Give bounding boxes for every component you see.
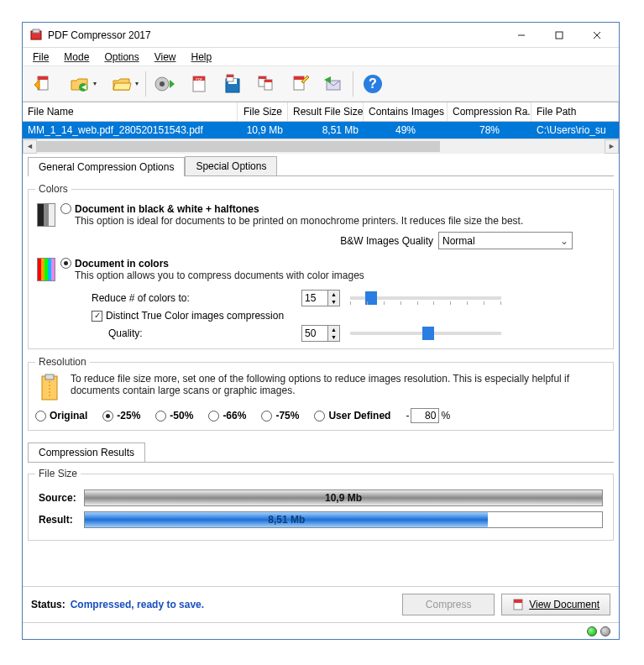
color-title: Document in colors	[75, 258, 606, 270]
add-folder-button[interactable]	[60, 69, 100, 99]
menu-view[interactable]: View	[148, 50, 183, 65]
bw-radio[interactable]	[60, 203, 71, 214]
svg-rect-3	[556, 32, 563, 39]
col-filesize[interactable]: File Size	[238, 102, 288, 121]
cell-filename: MM_1_14_web.pdf_280520151543.pdf	[23, 122, 238, 139]
reduce-label: Reduce # of colors to:	[92, 292, 301, 304]
res-user[interactable]: User Defined	[314, 410, 390, 422]
horizontal-scrollbar[interactable]: ◄ ►	[23, 139, 619, 153]
svg-rect-31	[514, 600, 522, 603]
titlebar: PDF Compressor 2017	[23, 23, 619, 48]
save-button[interactable]	[217, 69, 249, 99]
svg-rect-17	[227, 75, 233, 77]
close-button[interactable]	[578, 24, 615, 47]
add-file-button[interactable]	[26, 69, 58, 99]
menu-options[interactable]: Options	[97, 50, 145, 65]
svg-rect-21	[264, 80, 272, 82]
bw-swatch-icon	[37, 203, 55, 227]
open-folder-button[interactable]	[102, 69, 142, 99]
status-text: Compressed, ready to save.	[71, 599, 204, 610]
bw-quality-select[interactable]: Normal	[438, 232, 573, 249]
reduce-colors-input[interactable]: ▲▼	[301, 290, 340, 306]
compress-button-tb[interactable]	[149, 69, 181, 99]
tab-general[interactable]: General Compression Options	[28, 157, 185, 176]
svg-rect-19	[259, 76, 266, 79]
quality-input[interactable]: ▲▼	[301, 325, 340, 342]
res-66[interactable]: -66%	[208, 410, 246, 422]
res-user-input[interactable]	[411, 408, 439, 423]
res-50[interactable]: -50%	[155, 410, 193, 422]
col-path[interactable]: File Path	[531, 102, 619, 121]
grid-row[interactable]: MM_1_14_web.pdf_280520151543.pdf 10,9 Mb…	[23, 122, 619, 139]
color-desc: This option allows you to compress docum…	[75, 270, 606, 281]
res-25[interactable]: -25%	[102, 410, 140, 422]
scroll-thumb[interactable]	[37, 141, 440, 152]
scroll-right-icon[interactable]: ►	[605, 139, 619, 154]
statusbar	[23, 622, 619, 639]
spin-up-icon[interactable]: ▲	[328, 291, 339, 298]
reduce-colors-slider[interactable]	[350, 290, 501, 306]
menu-file[interactable]: File	[26, 50, 55, 65]
filesize-group: File Size Source: 10,9 Mb Result: 8,51 M…	[28, 468, 614, 541]
pdf-icon[interactable]: PDF	[183, 69, 215, 99]
distinct-checkbox[interactable]	[92, 311, 102, 322]
cell-result: 8,51 Mb	[288, 122, 364, 139]
menubar: File Mode Options View Help	[23, 48, 619, 66]
status-label: Status:	[31, 599, 65, 610]
svg-text:?: ?	[369, 76, 377, 91]
cell-path: C:\Users\rio_su	[531, 122, 619, 139]
bw-title: Document in black & white + halftones	[75, 203, 606, 215]
color-radio[interactable]	[60, 258, 71, 269]
resolution-legend: Resolution	[35, 356, 90, 368]
merge-button[interactable]	[250, 69, 282, 99]
tab-special[interactable]: Special Options	[185, 156, 277, 175]
svg-rect-28	[45, 374, 54, 380]
resolution-icon	[35, 373, 64, 403]
quality-value[interactable]	[302, 326, 327, 341]
col-result[interactable]: Result File Size	[288, 102, 364, 121]
spin-down-icon[interactable]: ▼	[328, 298, 339, 306]
bw-quality-value: Normal	[442, 235, 475, 247]
spin-down-icon[interactable]: ▼	[328, 333, 339, 341]
filesize-legend: File Size	[35, 468, 81, 479]
col-filename[interactable]: File Name	[23, 102, 238, 121]
quality-slider[interactable]	[350, 325, 501, 342]
res-75[interactable]: -75%	[261, 410, 299, 422]
svg-rect-23	[294, 76, 304, 80]
help-button[interactable]: ?	[357, 69, 389, 99]
svg-rect-7	[38, 76, 48, 80]
reduce-colors-value[interactable]	[302, 291, 327, 306]
distinct-label: Distinct True Color images compression	[106, 310, 284, 322]
email-button[interactable]	[317, 69, 349, 99]
tab-results[interactable]: Compression Results	[28, 442, 145, 462]
col-images[interactable]: Contains Images	[364, 102, 448, 121]
menu-mode[interactable]: Mode	[57, 50, 96, 65]
spin-up-icon[interactable]: ▲	[328, 326, 339, 333]
compress-button: Compress	[402, 594, 495, 615]
toolbar: PDF ?	[23, 66, 619, 102]
status-led-off-icon	[600, 626, 610, 636]
color-swatch-icon	[37, 258, 55, 281]
grid-header: File Name File Size Result File Size Con…	[23, 102, 619, 122]
source-bar: 10,9 Mb	[84, 490, 603, 506]
view-document-button[interactable]: View Document	[501, 594, 610, 615]
res-original[interactable]: Original	[35, 410, 87, 422]
quality-label: Quality:	[108, 327, 301, 339]
minimize-button[interactable]	[502, 24, 540, 47]
menu-help[interactable]: Help	[185, 50, 219, 65]
svg-rect-1	[33, 29, 39, 33]
status-led-green-icon	[587, 626, 597, 636]
col-ratio[interactable]: Compression Ra...	[448, 102, 531, 121]
scroll-left-icon[interactable]: ◄	[23, 139, 37, 154]
cell-filesize: 10,9 Mb	[238, 122, 288, 139]
colors-legend: Colors	[35, 183, 71, 195]
res-user-prefix: -	[406, 410, 409, 422]
file-grid: File Name File Size Result File Size Con…	[23, 102, 619, 153]
result-label: Result:	[39, 514, 84, 526]
options-tabs: General Compression Options Special Opti…	[28, 156, 614, 176]
svg-point-10	[160, 81, 165, 86]
edit-button[interactable]	[284, 69, 316, 99]
svg-text:PDF: PDF	[196, 77, 203, 81]
maximize-button[interactable]	[540, 24, 578, 47]
window-title: PDF Compressor 2017	[48, 29, 502, 41]
